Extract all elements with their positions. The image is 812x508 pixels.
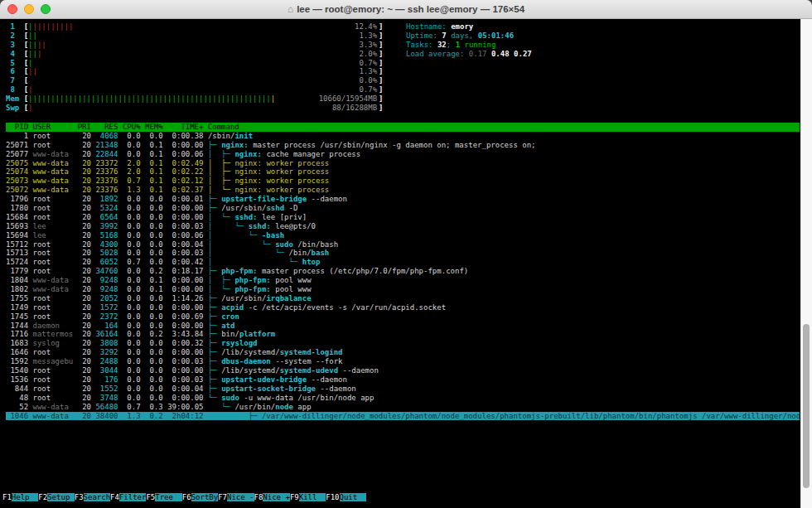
col-pri: 20 (78, 167, 91, 176)
zoom-button[interactable] (41, 4, 51, 14)
col-pid: 15712 (6, 240, 28, 249)
col-pri: 20 (78, 366, 91, 375)
col-command-seg: ├─ (208, 312, 221, 321)
col-user: root (33, 240, 74, 249)
meter-bars: ||||||||||||||||||||||||||||||||||||||||… (28, 94, 275, 104)
fkey-f8-nice[interactable]: F8Nice + (254, 493, 290, 501)
process-row-15684[interactable]: 15684 root 20 6564 0.0 0.0 0:00.00 │ └─ … (6, 213, 800, 222)
col-command-seg: php-fpm: (234, 285, 275, 293)
col-time: 0:02.22 (167, 167, 203, 176)
fkey-f10-quit[interactable]: F10Quit (326, 493, 366, 501)
process-row-1796[interactable]: 1796 root 20 1892 0.0 0.0 0:00.01 ├─ ups… (6, 195, 800, 204)
meter-bar-zone: ||1.3% (28, 67, 379, 76)
fkey-label: Setup (47, 493, 75, 501)
process-row-1779[interactable]: 1779 root 20 34760 0.0 0.2 0:18.17 ├─ ph… (6, 267, 800, 276)
col-command-seg: /usr/sbin/ (221, 204, 266, 212)
col-time: 0:00.00 (167, 276, 203, 284)
process-row-1802[interactable]: 1802 www-data 20 9248 0.0 0.1 0:00.00 │ … (6, 285, 800, 294)
col-user: root (33, 249, 74, 257)
fkey-f2-setup[interactable]: F2Setup (38, 493, 74, 501)
process-row-1646[interactable]: 1646 root 20 3292 0.0 0.0 0:00.00 ├─ /li… (6, 348, 800, 357)
process-table-header[interactable]: PID USER PRI RES CPU% MEM% TIME+ Command (6, 123, 800, 132)
process-row-1683[interactable]: 1683 syslog 20 3808 0.0 0.0 0:00.32 ├─ r… (6, 339, 800, 348)
minimize-button[interactable] (24, 4, 34, 14)
process-row-1755[interactable]: 1755 root 20 2052 0.0 0.0 1:14.26 ├─ /us… (6, 294, 800, 303)
process-row-1716[interactable]: 1716 mattermos 20 36164 0.0 0.2 3:43.84 … (6, 330, 800, 339)
meter-bar-segment: || (28, 31, 37, 40)
process-row-1592[interactable]: 1592 messagebu 20 2488 0.0 0.0 0:00.03 ├… (6, 357, 800, 366)
process-row-1745[interactable]: 1745 root 20 2372 0.0 0.0 0:00.69 ├─ cro… (6, 312, 800, 322)
col-cpu: 0.0 (123, 312, 141, 321)
col-mem: 0.1 (145, 159, 163, 167)
col-command-seg: -u www-data /usr/bin/node app (239, 394, 375, 402)
fkey-number: F3 (75, 493, 84, 501)
process-row-15712[interactable]: 15712 root 20 4300 0.0 0.0 0:00.04 │ └─ … (6, 240, 800, 249)
process-row-1744[interactable]: 1744 daemon 20 164 0.0 0.0 0:00.00 ├─ at… (6, 322, 800, 331)
process-row-844[interactable]: 844 root 20 1552 0.0 0.0 0:00.04 ├─ upst… (6, 385, 800, 394)
col-command-seg: pool www (275, 276, 311, 284)
col-command-seg: /bin/bash (293, 240, 338, 249)
meter-bar-segment: || (37, 41, 46, 49)
uptime-line-seg: Uptime: (406, 31, 442, 40)
col-pid: 25072 (6, 186, 28, 194)
process-row-1749[interactable]: 1749 root 20 1572 0.0 0.0 0:00.00 ├─ acp… (6, 303, 800, 312)
uptime-line-seg: days, (447, 31, 478, 40)
meter-bars: || (28, 31, 37, 41)
col-time: 0:00.04 (167, 240, 203, 249)
col-res: 176 (95, 375, 118, 384)
terminal-content[interactable]: 1 [||||||||||12.4%] 2 [||1.3%] 3 [||||3.… (0, 19, 812, 508)
title-bar[interactable]: ⌂ lee — root@emory: ~ — ssh lee@emory — … (0, 0, 812, 19)
col-time: 0:00.00 (167, 204, 203, 212)
col-pri: 20 (78, 330, 91, 338)
process-row-25075[interactable]: 25075 www-data 20 23372 2.0 0.1 0:02.49 … (6, 159, 800, 168)
process-row-15724[interactable]: 15724 root 20 6052 0.7 0.0 0:00.42 │ └─ … (6, 258, 800, 267)
process-row-15694[interactable]: 15694 lee 20 5168 0.0 0.0 0:00.06 │ └─ -… (6, 231, 800, 240)
col-pri: 20 (78, 159, 91, 167)
process-row-15693[interactable]: 15693 lee 20 3992 0.0 0.0 0:00.03 │ └─ s… (6, 222, 800, 231)
process-row-52[interactable]: 52 www-data 20 56480 0.7 0.3 39:00.05 └─… (6, 403, 800, 412)
fkey-f7-nice[interactable]: F7Nice - (218, 493, 254, 501)
process-row-25071[interactable]: 25071 root 20 21348 0.0 0.1 0:00.00 ├─ n… (6, 141, 800, 150)
process-row-1780[interactable]: 1780 root 20 5324 0.0 0.0 0:00.00 ├─ /us… (6, 204, 800, 213)
col-mem: 0.0 (145, 132, 163, 140)
col-res: 2052 (95, 294, 118, 302)
col-pid: 1646 (6, 348, 28, 356)
process-row-1540[interactable]: 1540 root 20 3044 0.0 0.0 0:00.00 ├─ /li… (6, 366, 800, 375)
fkey-f3-search[interactable]: F3Search (75, 493, 110, 501)
process-row-1804[interactable]: 1804 www-data 20 9248 0.0 0.1 0:00.00 │ … (6, 276, 800, 285)
process-row-1536[interactable]: 1536 root 20 176 0.0 0.0 0:00.03 ├─ upst… (6, 375, 800, 385)
process-row-15713[interactable]: 15713 root 20 5028 0.0 0.0 0:00.03 │ └─ … (6, 249, 800, 258)
col-time: 3:43.84 (167, 330, 203, 338)
col-time: 0:00.00 (167, 394, 203, 402)
fkey-f9-kill[interactable]: F9Kill (290, 493, 326, 501)
meter-4: 4 [|||2.0%] (6, 50, 384, 59)
meter-value: 3.3% (359, 41, 377, 50)
close-button[interactable] (7, 4, 17, 14)
process-row-25077[interactable]: 25077 www-data 20 22844 0.0 0.1 0:00.06 … (6, 150, 800, 159)
scrollbar-thumb[interactable] (803, 324, 810, 488)
window-title-text: lee — root@emory: ~ — ssh lee@emory — 17… (297, 4, 524, 14)
col-command-seg: │ ├─ (208, 150, 235, 158)
meter-bar-segment: | (37, 50, 41, 58)
col-mem: 0.0 (145, 213, 163, 221)
col-res: 164 (95, 322, 118, 330)
col-cpu: 0.0 (123, 366, 141, 375)
fkey-f5-tree[interactable]: F5Tree (146, 493, 181, 501)
meter-bracket-close: ] (379, 50, 383, 58)
col-user: syslog (33, 339, 74, 347)
load-line-seg: 0.27 (514, 50, 532, 58)
col-res: 6052 (95, 258, 118, 266)
process-row-25072[interactable]: 25072 www-data 20 23376 1.3 0.1 0:02.37 … (6, 186, 800, 195)
fkey-f4-filter[interactable]: F4Filter (110, 493, 146, 501)
process-row-25073[interactable]: 25073 www-data 20 23376 0.7 0.1 0:02.12 … (6, 177, 800, 186)
col-command-seg: └─ (208, 403, 235, 411)
process-row-1[interactable]: 1 root 20 4068 0.0 0.0 0:00.38 /sbin/ini… (6, 132, 800, 141)
fkey-f1-help[interactable]: F1Help (2, 493, 38, 501)
process-row-48[interactable]: 48 root 20 3748 0.0 0.0 0:00.00 └─ sudo … (6, 394, 800, 403)
col-time: 0:00.01 (167, 195, 203, 203)
scrollbar-track[interactable] (800, 19, 812, 508)
process-row-1046[interactable]: 1046 www-data 20 38400 1.3 0.2 2h04:12 ├… (6, 412, 800, 421)
fkey-f6-sortby[interactable]: F6SortBy (182, 493, 218, 501)
col-pid: 1046 (6, 412, 28, 420)
process-row-25074[interactable]: 25074 www-data 20 23376 2.0 0.1 0:02.22 … (6, 167, 800, 177)
